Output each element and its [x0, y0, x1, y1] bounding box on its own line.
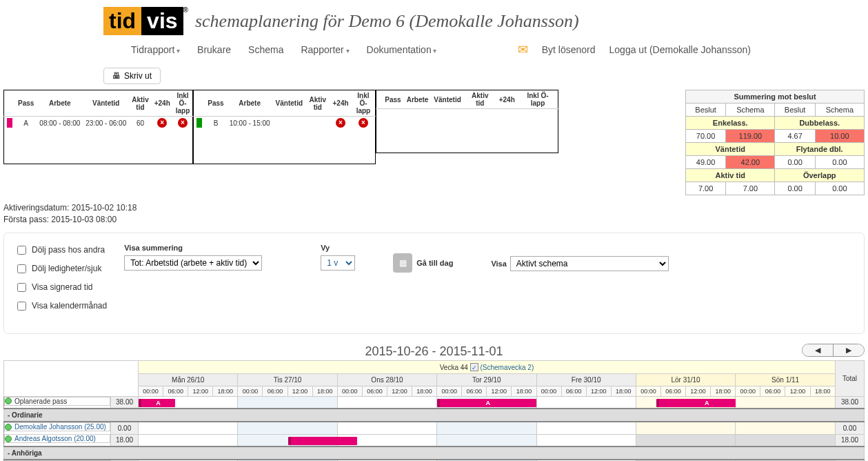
hour-header: 18:00 [412, 386, 437, 396]
x-icon: × [157, 118, 167, 128]
nav-byt-losenord[interactable]: Byt lösenord [542, 44, 596, 55]
hour-header: 06:00 [660, 386, 685, 396]
shift-bar[interactable] [288, 437, 357, 445]
hour-header: 18:00 [213, 386, 238, 396]
hour-header: 00:00 [437, 386, 462, 396]
person-link[interactable]: Andreas Algotsson (20.00) [14, 435, 96, 442]
prev-week-button[interactable]: ◀ [803, 344, 834, 356]
hour-header: 06:00 [163, 386, 188, 396]
schedule-grid: Vecka 44 ✓ (Schemavecka 2) Total Mån 26/… [3, 360, 865, 461]
color-swatch-a [7, 118, 12, 128]
shift-bar[interactable]: A [437, 399, 536, 407]
hour-header: 18:00 [711, 386, 736, 396]
shift-bar[interactable]: A [139, 399, 175, 407]
section-anhoriga: - Anhöriga [4, 447, 865, 460]
print-button[interactable]: 🖶 Skriv ut [103, 68, 161, 84]
person-link[interactable]: Demokalle Johansson (25.00) [14, 423, 106, 431]
pass-grid-c: Pass Arbete Väntetid Aktiv tid +24h Inkl… [376, 90, 558, 153]
main-nav: Tidrapport Brukare Schema Rapporter Doku… [103, 35, 765, 68]
hour-header: 12:00 [487, 386, 512, 396]
hour-header: 18:00 [512, 386, 536, 396]
check-icon: ✓ [470, 363, 478, 371]
x-icon: × [359, 118, 368, 128]
x-icon: × [178, 118, 188, 128]
row-demokalle[interactable]: Demokalle Johansson (25.00) 0.00 0.00 [4, 422, 865, 434]
nav-dokumentation[interactable]: Dokumentation [367, 44, 437, 55]
chk-dolj-ledig[interactable] [17, 264, 26, 273]
goto-day-button[interactable]: ▦ Gå till dag [393, 253, 453, 273]
activation-info: Aktiveringsdatum: 2015-10-02 10:18 Först… [0, 195, 868, 233]
select-vy[interactable]: 1 v [321, 255, 355, 271]
day-header: Fre 30/10 [536, 373, 636, 386]
day-header: Ons 28/10 [337, 373, 436, 386]
total-header: Total [836, 360, 865, 396]
nav-schema[interactable]: Schema [248, 44, 283, 55]
hour-header: 00:00 [536, 386, 561, 396]
next-week-button[interactable]: ▶ [834, 344, 864, 356]
hour-header: 06:00 [760, 386, 785, 396]
hour-header: 12:00 [785, 386, 810, 396]
chk-dolj-pass[interactable] [17, 246, 26, 255]
nav-brukare[interactable]: Brukare [197, 44, 231, 55]
pass-row-b[interactable]: B 10:00 - 15:00 × × [194, 117, 376, 130]
row-andreas[interactable]: Andreas Algotsson (20.00) 18.00 A 18.00 [4, 434, 865, 447]
nav-rapporter[interactable]: Rapporter [301, 44, 349, 55]
select-visa-summering[interactable]: Tot: Arbetstid (arbete + aktiv tid) [124, 255, 262, 271]
nav-tidrapport[interactable]: Tidrapport [131, 44, 180, 55]
hour-header: 18:00 [611, 386, 636, 396]
mail-icon[interactable]: ✉ [518, 42, 528, 57]
day-header: Mån 26/10 [139, 373, 238, 386]
hour-header: 00:00 [736, 386, 760, 396]
color-swatch-b [196, 118, 202, 128]
calendar-icon: ▦ [393, 253, 412, 273]
hour-header: 00:00 [238, 386, 263, 396]
hour-header: 12:00 [586, 386, 611, 396]
status-dot-icon [5, 424, 12, 431]
printer-icon: 🖶 [112, 71, 121, 81]
chk-visa-kal[interactable] [17, 302, 26, 311]
pass-grid-a: Pass Arbete Väntetid Aktiv tid +24h Inkl… [3, 90, 193, 164]
day-header: Tis 27/10 [238, 373, 337, 386]
day-header: Tor 29/10 [437, 373, 536, 386]
x-icon: × [336, 118, 345, 128]
hour-header: 00:00 [139, 386, 163, 396]
row-oplanerade[interactable]: Oplanerade pass 38.00 A A A 38.00 [4, 396, 865, 409]
status-dot-icon [5, 435, 12, 442]
pass-row-a[interactable]: A 08:00 - 08:00 23:00 - 06:00 60 × × [4, 117, 193, 130]
nav-logga-ut[interactable]: Logga ut (Demokalle Johansson) [609, 44, 751, 55]
hour-header: 00:00 [337, 386, 362, 396]
chk-visa-sign[interactable] [17, 283, 26, 292]
hour-header: 18:00 [810, 386, 835, 396]
week-nav-buttons: ◀ ▶ [802, 344, 865, 357]
status-dot-icon [5, 398, 12, 404]
hour-header: 00:00 [636, 386, 660, 396]
hour-header: 06:00 [462, 386, 487, 396]
schemavecka-link[interactable]: (Schemavecka 2) [480, 364, 534, 371]
hour-header: 06:00 [362, 386, 387, 396]
hour-header: 06:00 [263, 386, 287, 396]
week-label: Vecka 44 ✓ (Schemavecka 2) [139, 360, 836, 373]
page-title: schemaplanering för Demo 6 (Demokalle Jo… [195, 11, 579, 32]
select-visa[interactable]: Aktivt schema [510, 256, 669, 271]
section-ordinarie: - Ordinarie [4, 409, 865, 422]
hour-header: 12:00 [387, 386, 412, 396]
summering-table: Summering mot beslut BeslutSchema Beslut… [685, 90, 865, 195]
hour-header: 06:00 [561, 386, 586, 396]
hour-header: 12:00 [287, 386, 312, 396]
hour-header: 12:00 [686, 386, 711, 396]
day-header: Lör 31/10 [636, 373, 735, 386]
day-header: Sön 1/11 [736, 373, 836, 386]
hour-header: 12:00 [188, 386, 213, 396]
pass-grid-b: Pass Arbete Väntetid Aktiv tid +24h Inkl… [193, 90, 376, 164]
hour-header: 18:00 [312, 386, 337, 396]
logo: tidvis® [103, 7, 188, 35]
filter-panel: Dölj pass hos andra Dölj ledigheter/sjuk… [3, 233, 865, 334]
